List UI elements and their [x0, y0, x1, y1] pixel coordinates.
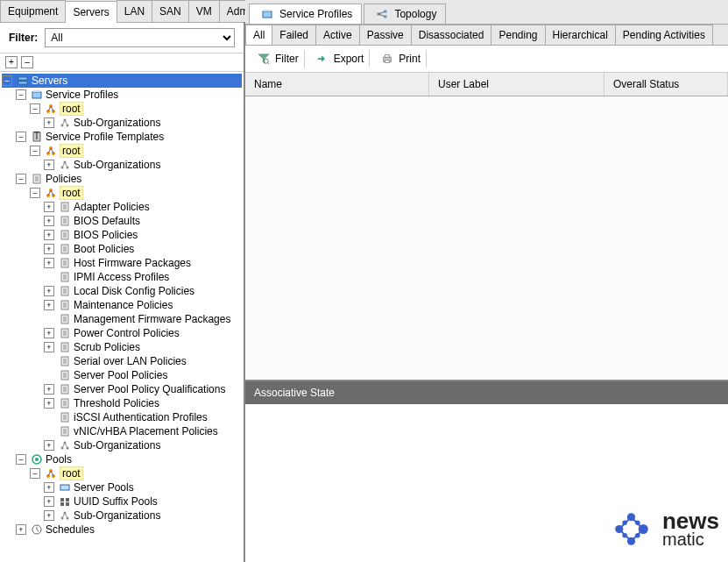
- tree-item-uuid-suffix-pools[interactable]: +UUID Suffix Pools: [2, 494, 242, 509]
- tree-item-pools[interactable]: –Pools: [2, 452, 242, 466]
- tree-expander[interactable]: +: [44, 202, 54, 212]
- tree-expander[interactable]: +: [16, 524, 26, 535]
- tree-item-vnic-vhba-placement-policies[interactable]: vNIC/vHBA Placement Policies: [2, 424, 242, 438]
- tree-item-server-pool-policy-qualifications[interactable]: +Server Pool Policy Qualifications: [2, 382, 242, 396]
- tree-expander[interactable]: –: [30, 468, 40, 479]
- tree-item-scrub-policies[interactable]: +Scrub Policies: [2, 340, 242, 354]
- tree-item-policies[interactable]: –Policies: [2, 172, 242, 186]
- svg-line-106: [62, 443, 65, 448]
- tree-expander[interactable]: +: [44, 482, 54, 493]
- tree-expander[interactable]: –: [16, 89, 26, 100]
- filter-row: Filter: All: [0, 23, 244, 53]
- tree-item-sub-organizations[interactable]: +Sub-Organizations: [2, 509, 242, 523]
- subtab-pending-activities[interactable]: Pending Activities: [615, 25, 713, 45]
- tree-item-server-pools[interactable]: +Server Pools: [2, 480, 242, 494]
- tree-item-service-profiles[interactable]: –Service Profiles: [2, 88, 242, 102]
- tree-item-serial-over-lan-policies[interactable]: Serial over LAN Policies: [2, 354, 242, 368]
- tree-expander[interactable]: –: [16, 174, 26, 184]
- tree-item-root[interactable]: –root: [2, 102, 242, 116]
- tree-expander[interactable]: +: [44, 244, 54, 254]
- tree-item-bios-defaults[interactable]: +BIOS Defaults: [2, 214, 242, 228]
- table-body[interactable]: [245, 96, 728, 380]
- tree-item-servers[interactable]: –Servers: [2, 74, 242, 88]
- print-button[interactable]: Print: [373, 50, 427, 68]
- column-overall-status[interactable]: Overall Status: [604, 73, 728, 96]
- root-icon: [45, 467, 57, 480]
- tree-item-sub-organizations[interactable]: +Sub-Organizations: [2, 116, 242, 130]
- tree-item-service-profile-templates[interactable]: –TService Profile Templates: [2, 130, 242, 144]
- tree-item-adapter-policies[interactable]: +Adapter Policies: [2, 200, 242, 214]
- tab-san[interactable]: SAN: [152, 0, 189, 22]
- tree-item-root[interactable]: –root: [2, 144, 242, 158]
- tree-expander[interactable]: +: [44, 300, 54, 310]
- tree-expander[interactable]: –: [16, 132, 26, 142]
- tree-expander[interactable]: –: [30, 146, 40, 156]
- collapse-all-button[interactable]: –: [21, 56, 33, 68]
- org-icon: [59, 117, 71, 129]
- tab-servers[interactable]: Servers: [65, 1, 117, 23]
- expand-all-button[interactable]: +: [5, 56, 18, 68]
- tab-equipment[interactable]: Equipment: [0, 0, 66, 22]
- tree-item-server-pool-policies[interactable]: Server Pool Policies: [2, 368, 242, 382]
- export-button[interactable]: Export: [308, 50, 371, 68]
- subtab-all[interactable]: All: [245, 25, 272, 45]
- tree-expander[interactable]: +: [44, 286, 54, 296]
- navigation-tree[interactable]: –Servers–Service Profiles–root+Sub-Organ…: [0, 72, 244, 562]
- tree-expander[interactable]: +: [44, 328, 54, 338]
- tree-item-maintenance-policies[interactable]: +Maintenance Policies: [2, 298, 242, 312]
- subtab-failed[interactable]: Failed: [272, 25, 316, 45]
- tree-expander[interactable]: +: [44, 496, 54, 507]
- tree-expander[interactable]: –: [30, 103, 40, 114]
- tree-item-root[interactable]: –root: [2, 466, 242, 480]
- tree-item-host-firmware-packages[interactable]: +Host Firmware Packages: [2, 256, 242, 270]
- tree-item-iscsi-authentication-profiles[interactable]: iSCSI Authentication Profiles: [2, 410, 242, 424]
- tab-lan[interactable]: LAN: [117, 0, 152, 22]
- tree-expander[interactable]: +: [44, 160, 54, 170]
- filter-button[interactable]: Filter: [250, 50, 305, 68]
- subtab-active[interactable]: Active: [315, 25, 360, 45]
- column-user-label[interactable]: User Label: [429, 73, 604, 96]
- tree-expander[interactable]: +: [44, 440, 54, 451]
- tab-vm[interactable]: VM: [188, 0, 220, 22]
- tree-expander[interactable]: +: [44, 384, 54, 395]
- left-panel: EquipmentServersLANSANVMAdmin Filter: Al…: [0, 0, 245, 562]
- svg-rect-118: [60, 502, 64, 506]
- tree-expander[interactable]: +: [44, 117, 54, 128]
- tree-expander[interactable]: +: [44, 342, 54, 352]
- tree-item-schedules[interactable]: +Schedules: [2, 523, 242, 537]
- tree-item-management-firmware-packages[interactable]: Management Firmware Packages: [2, 312, 242, 326]
- tab-topology[interactable]: Topology: [364, 4, 446, 24]
- subtab-hierarchical[interactable]: Hierarchical: [545, 25, 616, 45]
- tree-label: Adapter Policies: [74, 201, 150, 213]
- tree-item-boot-policies[interactable]: +Boot Policies: [2, 242, 242, 256]
- column-name[interactable]: Name: [245, 73, 429, 96]
- tree-item-root[interactable]: –root: [2, 186, 242, 200]
- tree-expander[interactable]: +: [44, 230, 54, 240]
- tree-expander[interactable]: +: [44, 258, 54, 268]
- tree-label: BIOS Defaults: [74, 215, 140, 227]
- subtab-pending[interactable]: Pending: [491, 25, 545, 45]
- tree-expander[interactable]: +: [44, 216, 54, 226]
- tree-expander[interactable]: +: [44, 510, 54, 521]
- subtab-passive[interactable]: Passive: [359, 25, 412, 45]
- tree-item-sub-organizations[interactable]: +Sub-Organizations: [2, 438, 242, 452]
- svg-line-12: [62, 120, 65, 125]
- tree-item-ipmi-access-profiles[interactable]: IPMI Access Profiles: [2, 270, 242, 284]
- tree-expander[interactable]: –: [16, 454, 26, 465]
- tab-service-profiles[interactable]: Service Profiles: [249, 4, 362, 24]
- tree-item-power-control-policies[interactable]: +Power Control Policies: [2, 326, 242, 340]
- tree-label: Sub-Organizations: [74, 159, 160, 171]
- filter-select[interactable]: All: [45, 28, 235, 47]
- tree-expander[interactable]: –: [2, 75, 12, 86]
- topology-icon: [376, 8, 388, 20]
- tree-item-sub-organizations[interactable]: +Sub-Organizations: [2, 158, 242, 172]
- svg-line-136: [267, 62, 269, 64]
- tree-label: Maintenance Policies: [74, 299, 173, 311]
- tree-expander[interactable]: –: [30, 188, 40, 198]
- tree-expander[interactable]: +: [44, 398, 54, 409]
- tree-item-bios-policies[interactable]: +BIOS Policies: [2, 228, 242, 242]
- tree-label: UUID Suffix Pools: [74, 495, 158, 508]
- subtab-disassociated[interactable]: Disassociated: [411, 25, 492, 45]
- tree-item-local-disk-config-policies[interactable]: +Local Disk Config Policies: [2, 284, 242, 298]
- tree-item-threshold-policies[interactable]: +Threshold Policies: [2, 396, 242, 410]
